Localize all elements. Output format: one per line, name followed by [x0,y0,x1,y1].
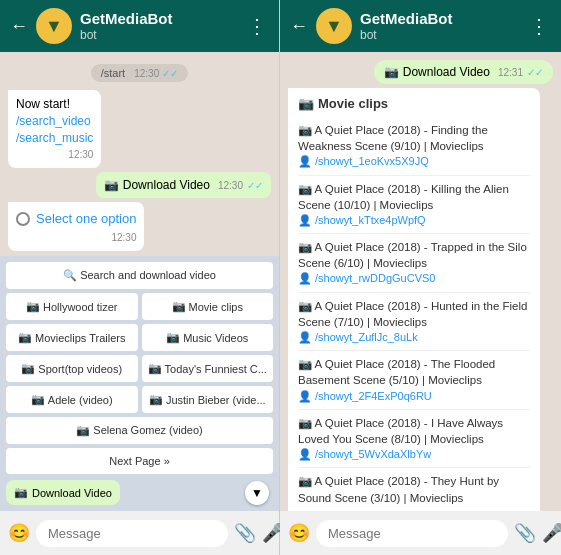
left-attach-icon[interactable]: 📎 [234,522,256,544]
search-row: 🔍 Search and download video [6,262,273,289]
scroll-down-button[interactable]: ▼ [245,481,269,505]
left-emoji-icon[interactable]: 😊 [8,522,30,544]
kb-row-5: 📷 Selena Gomez (video) [6,417,273,444]
adele-label: Adele (video) [48,394,113,406]
movie-clips-label: Movie clips [189,301,243,313]
movie-item-1: 📷 A Quiet Place (2018) - Finding the Wea… [298,117,530,176]
movie-clips-title: 📷 Movie clips [298,96,530,111]
hollywood-label: Hollywood tizer [43,301,118,313]
movie-link-3[interactable]: 👤 /showyt_rwDDgGuCVS0 [298,271,530,286]
right-header-info: GetMediaBot bot [360,10,521,42]
left-bot-sub: bot [80,28,239,42]
select-option-bubble: Select one option 12:30 [8,202,144,250]
hollywood-btn[interactable]: 📷 Hollywood tizer [6,293,138,320]
movie-link-6[interactable]: 👤 /showyt_5WvXdaXlbYw [298,447,530,462]
music-videos-btn[interactable]: 📷 Music Videos [142,324,274,351]
left-back-button[interactable]: ← [10,16,28,37]
right-chat-panel: ← ▼ GetMediaBot bot ⋮ 📷 Download Video 1… [280,0,561,555]
justin-label: Justin Bieber (vide... [166,394,266,406]
left-header: ← ▼ GetMediaBot bot ⋮ [0,0,279,52]
right-avatar: ▼ [316,8,352,44]
music-videos-label: Music Videos [183,332,248,344]
trailers-label: Movieclips Trailers [35,332,125,344]
now-start-line2: /search_video [16,113,93,130]
sport-label: Sport(top videos) [38,363,122,375]
movie-link-5[interactable]: 👤 /showyt_2F4ExP0q6RU [298,389,530,404]
now-start-line1: Now start! [16,96,93,113]
left-bot-name: GetMediaBot [80,10,239,28]
kb-row-next: Next Page » [6,448,273,474]
kb-row-4: 📷 Adele (video) 📷 Justin Bieber (vide... [6,386,273,413]
left-avatar: ▼ [36,8,72,44]
movie-item-5: 📷 A Quiet Place (2018) - The Flooded Bas… [298,351,530,410]
keyboard-section: 🔍 Search and download video 📷 Hollywood … [0,256,279,511]
now-start-bubble: Now start! /search_video /search_music 1… [8,90,101,168]
justin-btn[interactable]: 📷 Justin Bieber (vide... [142,386,274,413]
movie-link-2[interactable]: 👤 /showyt_kTtxe4pWpfQ [298,213,530,228]
kb-row-2: 📷 Movieclips Trailers 📷 Music Videos [6,324,273,351]
sport-btn[interactable]: 📷 Sport(top videos) [6,355,138,382]
right-bot-name: GetMediaBot [360,10,521,28]
movie-link-1[interactable]: 👤 /showyt_1eoKvx5X9JQ [298,154,530,169]
right-download-video-sent: 📷 Download Video 12:31 ✓✓ [374,60,553,84]
option-radio [16,212,30,226]
now-start-line3: /search_music [16,130,93,147]
right-mic-icon[interactable]: 🎤 [542,522,561,544]
select-time: 12:30 [16,231,136,245]
movie-item-4: 📷 A Quiet Place (2018) - Hunted in the F… [298,293,530,352]
funniest-btn[interactable]: 📷 Today's Funniest C... [142,355,274,382]
left-input-bar: 😊 📎 🎤 [0,511,279,555]
start-command-bubble: /start 12:30 ✓✓ [91,64,189,82]
right-header: ← ▼ GetMediaBot bot ⋮ [280,0,561,52]
right-bot-sub: bot [360,28,521,42]
movie-clips-container: 📷 Movie clips 📷 A Quiet Place (2018) - F… [288,88,540,511]
kb-row-3: 📷 Sport(top videos) 📷 Today's Funniest C… [6,355,273,382]
select-option-label: Select one option [36,210,136,228]
left-messages: /start 12:30 ✓✓ Now start! /search_video… [0,52,279,256]
movie-link-4[interactable]: 👤 /showyt_ZuflJc_8uLk [298,330,530,345]
movieclips-trailers-btn[interactable]: 📷 Movieclips Trailers [6,324,138,351]
movie-clips-btn[interactable]: 📷 Movie clips [142,293,274,320]
right-emoji-icon[interactable]: 😊 [288,522,310,544]
left-more-button[interactable]: ⋮ [247,14,269,38]
left-chat-panel: ← ▼ GetMediaBot bot ⋮ /start 12:30 ✓✓ No… [0,0,280,555]
bottom-download-video: 📷 Download Video [6,480,120,505]
right-more-button[interactable]: ⋮ [529,14,551,38]
movie-item-7: 📷 A Quiet Place (2018) - They Hunt by So… [298,468,530,510]
adele-btn[interactable]: 📷 Adele (video) [6,386,138,413]
right-attach-icon[interactable]: 📎 [514,522,536,544]
now-start-time: 12:30 [16,148,93,162]
left-header-info: GetMediaBot bot [80,10,239,42]
kb-row-1: 📷 Hollywood tizer 📷 Movie clips [6,293,273,320]
right-back-button[interactable]: ← [290,16,308,37]
next-page-btn[interactable]: Next Page » [6,448,273,474]
funniest-label: Today's Funniest C... [165,363,267,375]
search-download-btn[interactable]: 🔍 Search and download video [6,262,273,289]
bottom-dv-row: 📷 Download Video ▼ [6,480,273,505]
movie-item-6: 📷 A Quiet Place (2018) - I Have Always L… [298,410,530,469]
right-messages: 📷 Download Video 12:31 ✓✓ 📷 Movie clips … [280,52,561,511]
right-input-bar: 😊 📎 🎤 [280,511,561,555]
selena-btn[interactable]: 📷 Selena Gomez (video) [6,417,273,444]
left-message-input[interactable] [36,520,228,547]
right-message-input[interactable] [316,520,508,547]
movie-item-2: 📷 A Quiet Place (2018) - Killing the Ali… [298,176,530,235]
left-download-video-sent: 📷 Download Video 12:30 ✓✓ [96,172,271,198]
movie-item-3: 📷 A Quiet Place (2018) - Trapped in the … [298,234,530,293]
